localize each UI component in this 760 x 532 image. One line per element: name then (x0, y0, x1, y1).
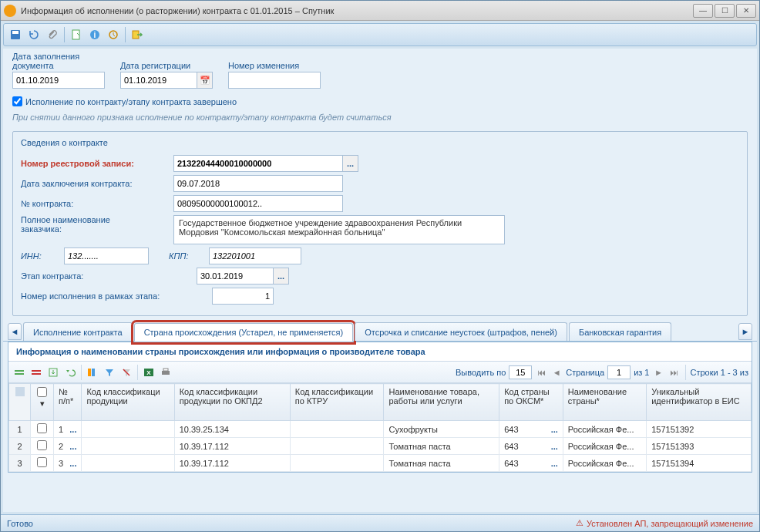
col-country-name[interactable]: Наименование страны* (563, 384, 646, 421)
lookup-dots[interactable]: ... (69, 442, 76, 451)
status-warning: ⚠ Установлен АП, запрещающий изменение (576, 518, 753, 528)
cell-ktru[interactable] (290, 421, 384, 438)
stage-lookup-button[interactable]: ... (274, 268, 289, 285)
cell-okpd2[interactable]: 10.39.25.134 (174, 421, 290, 438)
completed-checkbox[interactable] (12, 96, 22, 106)
exit-icon[interactable] (129, 26, 146, 43)
filter-icon[interactable] (102, 365, 117, 380)
cell-country-code[interactable]: 643... (499, 421, 563, 438)
kpp-input[interactable] (209, 247, 301, 264)
cell-uid[interactable]: 157151393 (647, 438, 752, 455)
cell-uid[interactable]: 157151394 (647, 455, 752, 472)
date-reg-label: Дата регистрации (120, 61, 213, 70)
delete-row-icon[interactable] (29, 365, 44, 380)
cell-num[interactable]: 3... (54, 455, 82, 472)
document-icon[interactable] (68, 26, 85, 43)
undo-icon[interactable] (62, 365, 78, 380)
cell-ktru[interactable] (290, 438, 384, 455)
col-class-code[interactable]: Код классификаци продукции (82, 384, 174, 421)
save-icon[interactable] (7, 26, 24, 43)
col-num[interactable]: № п/п* (54, 384, 82, 421)
svg-rect-12 (88, 369, 91, 376)
cell-num[interactable]: 2... (54, 438, 82, 455)
table-row[interactable]: 33...10.39.17.112Томатная паста643...Рос… (9, 455, 752, 472)
info-icon[interactable]: i (86, 26, 103, 43)
date-concl-input[interactable] (173, 175, 343, 192)
cell-num[interactable]: 1... (54, 421, 82, 438)
stage-input[interactable] (197, 268, 274, 285)
col-okpd2[interactable]: Код классификации продукции по ОКПД2 (174, 384, 290, 421)
cell-country-name[interactable]: Российская Фе... (563, 438, 646, 455)
cell-country-name[interactable]: Российская Фе... (563, 421, 646, 438)
col-uid[interactable]: Уникальный идентификатор в ЕИС (647, 384, 752, 421)
lookup-dots[interactable]: ... (69, 459, 76, 468)
contract-num-input[interactable] (173, 195, 343, 212)
date-reg-input[interactable] (120, 72, 197, 89)
tab-execution[interactable]: Исполнение контракта (23, 322, 133, 341)
cell-country-code[interactable]: 643... (499, 455, 563, 472)
cell-country-name[interactable]: Российская Фе... (563, 455, 646, 472)
reg-num-label: Номер реестровой записи: (21, 159, 167, 168)
cell-product-name[interactable]: Томатная паста (384, 438, 499, 455)
maximize-button[interactable]: ☐ (715, 4, 735, 18)
table-row[interactable]: 22...10.39.17.112Томатная паста643...Рос… (9, 438, 752, 455)
reg-num-input[interactable] (173, 155, 343, 172)
cell-product-name[interactable]: Томатная паста (384, 455, 499, 472)
tab-origin-country[interactable]: Страна происхождения (Устарел, не примен… (134, 323, 354, 342)
row-checkbox[interactable] (37, 423, 47, 433)
attach-icon[interactable] (44, 26, 61, 43)
cell-okpd2[interactable]: 10.39.17.112 (174, 438, 290, 455)
tab-bank-guarantee[interactable]: Банковская гарантия (569, 322, 671, 341)
page-input[interactable] (607, 365, 631, 379)
change-num-input[interactable] (228, 72, 321, 89)
col-name[interactable]: Наименование товара, работы или услуги (384, 384, 499, 421)
lookup-dots[interactable]: ... (69, 425, 76, 434)
tab-scroll-right[interactable]: ► (738, 323, 752, 340)
row-checkbox[interactable] (37, 457, 47, 467)
col-rownum[interactable] (9, 384, 31, 421)
stage-label: Этап контракта: (21, 271, 167, 281)
last-page-icon[interactable]: ⏭ (668, 366, 681, 379)
table-row[interactable]: 11...10.39.25.134Сухофрукты643...Российс… (9, 421, 752, 438)
first-page-icon[interactable]: ⏮ (535, 366, 547, 379)
tab-scroll-left[interactable]: ◄ (8, 323, 22, 340)
cell-uid[interactable]: 157151392 (647, 421, 752, 438)
tab-penalties[interactable]: Отсрочка и списание неустоек (штрафов, п… (355, 322, 567, 341)
cell-okpd2[interactable]: 10.39.17.112 (174, 455, 290, 472)
lookup-dots[interactable]: ... (551, 442, 558, 451)
data-grid: ▾ № п/п* Код классификаци продукции Код … (8, 383, 752, 472)
col-country-code[interactable]: Код страны по ОКСМ* (499, 384, 563, 421)
add-row-icon[interactable] (12, 365, 27, 380)
import-icon[interactable] (45, 365, 61, 380)
minimize-button[interactable]: — (693, 4, 713, 18)
lookup-dots[interactable]: ... (551, 459, 558, 468)
cell-class-code[interactable] (82, 455, 174, 472)
exec-num-input[interactable] (212, 288, 274, 305)
columns-icon[interactable] (85, 365, 100, 380)
lookup-dots[interactable]: ... (551, 425, 558, 434)
per-page-input[interactable] (509, 365, 532, 379)
print-icon[interactable] (158, 365, 173, 380)
cell-product-name[interactable]: Сухофрукты (384, 421, 499, 438)
reg-num-lookup-button[interactable]: ... (343, 155, 358, 172)
customer-textarea[interactable]: Государственное бюджетное учреждение здр… (173, 215, 505, 244)
col-checkbox[interactable]: ▾ (31, 384, 54, 421)
select-all-checkbox[interactable] (37, 387, 47, 397)
next-page-icon[interactable]: ► (653, 366, 665, 379)
cell-class-code[interactable] (82, 421, 174, 438)
close-button[interactable]: ✕ (736, 4, 756, 18)
cell-ktru[interactable] (290, 455, 384, 472)
export-excel-icon[interactable]: X (141, 365, 156, 380)
refresh-icon[interactable] (25, 26, 42, 43)
date-doc-input[interactable] (12, 72, 105, 89)
clear-filter-icon[interactable] (119, 365, 134, 380)
prev-page-icon[interactable]: ◄ (550, 366, 563, 379)
row-checkbox[interactable] (37, 440, 47, 450)
col-ktru[interactable]: Код классификации по КТРУ (290, 384, 384, 421)
history-icon[interactable] (105, 26, 122, 43)
cell-class-code[interactable] (82, 438, 174, 455)
inn-input[interactable] (64, 247, 149, 264)
svg-rect-9 (32, 370, 41, 372)
calendar-icon[interactable]: 📅 (197, 72, 213, 89)
cell-country-code[interactable]: 643... (499, 438, 563, 455)
